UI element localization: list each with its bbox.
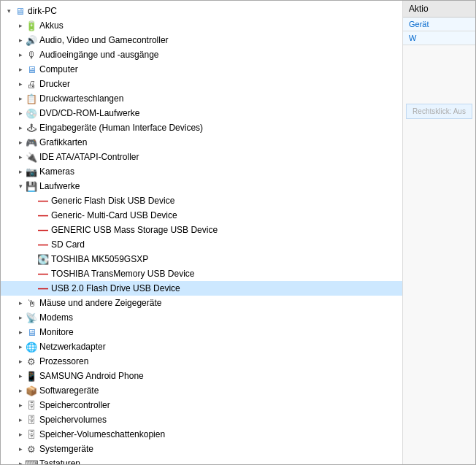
tree-item-toshiba-mk[interactable]: 💽TOSHIBA MK5059GSXP (1, 252, 402, 266)
ide-icon: 🔌 (26, 151, 37, 163)
tree-label-ide: IDE ATA/ATAPI-Controller (39, 152, 139, 162)
expand-arrow-mause[interactable]: ▸ (15, 297, 26, 309)
expand-arrow-drucker[interactable]: ▸ (15, 78, 26, 90)
tree-item-generic-flash[interactable]: —Generic Flash Disk USB Device (1, 193, 402, 208)
tree-label-systemgerate: Systemgeräte (39, 444, 93, 454)
tree-label-audio: Audio, Video und Gamecontroller (39, 35, 169, 45)
android-icon: 📱 (26, 370, 37, 382)
tree-label-speichervolumes: Speichervolumes (39, 415, 107, 425)
tree-item-prozessoren[interactable]: ▸⚙Prozessoren (1, 354, 402, 369)
action-header: Aktio (403, 1, 475, 18)
tree-item-monitore[interactable]: ▸🖥Monitore (1, 325, 402, 339)
tree-label-sd-card: SD Card (51, 239, 85, 250)
tree-label-toshiba-trans: TOSHIBA TransMemory USB Device (51, 269, 195, 279)
audio2-icon: 🎙 (26, 49, 37, 61)
expand-arrow-grafikkarten[interactable]: ▸ (15, 137, 26, 148)
tree-item-tastaturen[interactable]: ▸⌨Tastaturen (1, 456, 402, 464)
tree-item-druckwarteschlangen[interactable]: ▸📋Druckwarteschlangen (1, 91, 402, 106)
tree-item-speichervolumes[interactable]: ▸🗄Speichervolumes (1, 412, 402, 427)
expand-arrow-toshiba-trans[interactable] (27, 268, 37, 280)
expand-arrow-akkus[interactable]: ▸ (15, 20, 26, 31)
keyboard-icon: ⌨ (26, 458, 37, 464)
expand-arrow-generic-flash[interactable] (27, 195, 37, 207)
tree-label-monitore: Monitore (39, 327, 74, 337)
shadow-icon: 🗄 (26, 429, 37, 440)
tree-item-eingabegerate[interactable]: ▸🕹Eingabegeräte (Human Interface Devices… (1, 120, 402, 135)
expand-arrow-prozessoren[interactable]: ▸ (15, 356, 26, 367)
expand-arrow-samsung[interactable]: ▸ (15, 370, 26, 382)
monitor-icon: 🖥 (26, 64, 37, 75)
expand-arrow-audioeingabe[interactable]: ▸ (15, 49, 26, 61)
tree-item-speichercontroller[interactable]: ▸🗄Speichercontroller (1, 398, 402, 412)
tree-item-audioeingabe[interactable]: ▸🎙Audioeingänge und -ausgänge (1, 47, 402, 62)
battery-icon: 🔋 (26, 20, 37, 31)
tree-label-speichercontroller: Speichercontroller (39, 400, 110, 410)
tree-item-systemgerate[interactable]: ▸⚙Systemgeräte (1, 442, 402, 456)
expand-arrow-computer[interactable]: ▸ (15, 64, 26, 75)
expand-arrow-modems[interactable]: ▸ (15, 312, 26, 323)
expand-arrow-generic-multi[interactable] (27, 210, 37, 221)
expand-arrow-sd-card[interactable] (27, 239, 37, 250)
tree-item-laufwerke[interactable]: ▾💾Laufwerke (1, 179, 402, 193)
tree-item-computer[interactable]: ▸🖥Computer (1, 62, 402, 77)
tree-item-ide[interactable]: ▸🔌IDE ATA/ATAPI-Controller (1, 150, 402, 164)
camera-icon: 📷 (26, 166, 37, 177)
expand-arrow-toshiba-mk[interactable] (27, 253, 37, 265)
device-tree[interactable]: ▾🖥dirk-PC▸🔋Akkus▸🔊Audio, Video und Gamec… (1, 1, 402, 464)
tree-item-akkus[interactable]: ▸🔋Akkus (1, 18, 402, 33)
tree-item-mause[interactable]: ▸🖱Mäuse und andere Zeigegeräte (1, 296, 402, 310)
expand-arrow-generic-mass[interactable] (27, 224, 37, 236)
expand-arrow-laufwerke[interactable]: ▾ (15, 180, 26, 192)
expand-arrow-dvd[interactable]: ▸ (15, 107, 26, 119)
usb-icon: — (37, 210, 49, 221)
tree-label-computer: Computer (39, 64, 78, 74)
expand-arrow-usb-flash[interactable] (27, 283, 37, 294)
expand-arrow-softwaregerate[interactable]: ▸ (15, 385, 26, 396)
tree-label-speichervol-schatten: Speicher-Volumeschattenkopien (39, 429, 165, 439)
expand-arrow-audio[interactable]: ▸ (15, 34, 26, 46)
tree-label-drucker: Drucker (39, 79, 70, 89)
tree-label-generic-flash: Generic Flash Disk USB Device (51, 196, 174, 206)
software-icon: 📦 (26, 385, 37, 396)
expand-arrow-druckwarteschlangen[interactable]: ▸ (15, 93, 26, 104)
tree-item-grafikkarten[interactable]: ▸🎮Grafikkarten (1, 135, 402, 150)
tree-label-audioeingabe: Audioeingänge und -ausgänge (39, 50, 158, 60)
tree-label-tastaturen: Tastaturen (39, 458, 80, 464)
tree-item-generic-mass[interactable]: —GENERIC USB Mass Storage USB Device (1, 223, 402, 237)
mouse-icon: 🖱 (26, 297, 37, 309)
tree-item-usb-flash[interactable]: —USB 2.0 Flash Drive USB Device (1, 281, 402, 296)
usb-icon: — (37, 268, 49, 280)
tree-item-speichervol-schatten[interactable]: ▸🗄Speicher-Volumeschattenkopien (1, 427, 402, 442)
context-hint: Rechtsklick: Aus (406, 104, 472, 119)
tree-item-dirk-pc[interactable]: ▾🖥dirk-PC (1, 4, 402, 18)
tree-label-generic-multi: Generic- Multi-Card USB Device (51, 210, 177, 220)
tree-item-sd-card[interactable]: —SD Card (1, 237, 402, 252)
expand-arrow-netzwerkadapter[interactable]: ▸ (15, 341, 26, 353)
expand-arrow-eingabegerate[interactable]: ▸ (15, 122, 26, 134)
tree-label-prozessoren: Prozessoren (39, 356, 88, 366)
expand-arrow-systemgerate[interactable]: ▸ (15, 443, 26, 455)
expand-arrow-dirk-pc[interactable]: ▾ (4, 5, 14, 17)
tree-item-drucker[interactable]: ▸🖨Drucker (1, 77, 402, 91)
tree-item-kameras[interactable]: ▸📷Kameras (1, 164, 402, 179)
tree-item-audio[interactable]: ▸🔊Audio, Video und Gamecontroller (1, 33, 402, 47)
expand-arrow-speichervolumes[interactable]: ▸ (15, 414, 26, 426)
expand-arrow-kameras[interactable]: ▸ (15, 166, 26, 177)
tree-item-modems[interactable]: ▸📡Modems (1, 310, 402, 325)
action-subheader-w[interactable]: W (403, 31, 475, 45)
expand-arrow-speichervol-schatten[interactable]: ▸ (15, 429, 26, 440)
usb-icon: — (37, 195, 49, 207)
cpu-icon: ⚙ (26, 356, 37, 367)
tree-item-samsung[interactable]: ▸📱SAMSUNG Android Phone (1, 369, 402, 383)
tree-item-dvd[interactable]: ▸💿DVD/CD-ROM-Laufwerke (1, 106, 402, 120)
tree-item-softwaregerate[interactable]: ▸📦Softwaregeräte (1, 383, 402, 398)
dvd-icon: 💿 (26, 107, 37, 119)
tree-item-generic-multi[interactable]: —Generic- Multi-Card USB Device (1, 208, 402, 223)
action-subheader-gerat[interactable]: Gerät (403, 18, 475, 31)
tree-item-netzwerkadapter[interactable]: ▸🌐Netzwerkadapter (1, 339, 402, 354)
tree-item-toshiba-trans[interactable]: —TOSHIBA TransMemory USB Device (1, 266, 402, 281)
expand-arrow-monitore[interactable]: ▸ (15, 326, 26, 338)
hdd-icon: 💽 (37, 253, 49, 265)
expand-arrow-ide[interactable]: ▸ (15, 151, 26, 163)
expand-arrow-speichercontroller[interactable]: ▸ (15, 399, 26, 411)
